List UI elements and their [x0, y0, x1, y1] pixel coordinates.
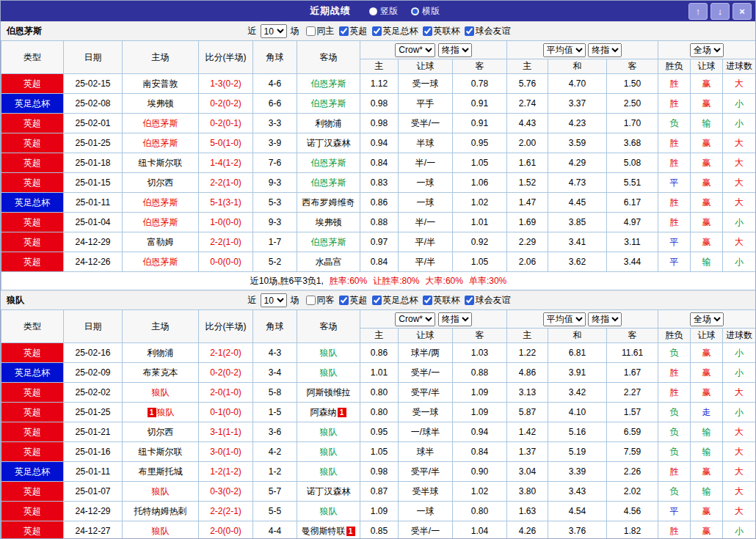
avg-draw-value: 4.45	[548, 193, 607, 213]
league-checkbox-epl[interactable]: 英超	[336, 25, 368, 37]
away-team-cell: 狼队	[297, 422, 360, 442]
odds-select-group: Crow* 终指	[360, 41, 507, 59]
layout-radio-vertical[interactable]: 竖版	[369, 5, 398, 18]
odds-home-value: 1.09	[360, 502, 399, 521]
result-outcome-value: 负	[658, 343, 691, 363]
odds-away-value: 1.02	[453, 193, 507, 213]
corners: 3-4	[253, 363, 297, 383]
avg-draw-value: 4.10	[548, 403, 607, 422]
odds-away-value: 0.94	[453, 422, 507, 442]
col-corner-header: 角球	[253, 310, 297, 343]
home-team-cell: 托特纳姆热刺	[123, 502, 199, 521]
match-date: 25-02-02	[64, 383, 123, 403]
home-team-name: 南安普敦	[143, 78, 178, 89]
same-venue-checkbox[interactable]: 同主	[303, 25, 335, 37]
avg-away-value: 1.57	[607, 403, 658, 422]
average-stage-select[interactable]: 终指	[588, 312, 622, 326]
corners: 1-7	[253, 232, 297, 252]
league-checkbox-facup[interactable]: 英足总杯	[369, 25, 418, 37]
avg-draw-value: 3.37	[548, 94, 607, 114]
league-checkbox-epl-input[interactable]	[339, 26, 349, 36]
result-handicap-value: 赢	[691, 502, 723, 521]
avg-away-value: 4.97	[607, 213, 658, 232]
scope-select[interactable]: 全场	[690, 312, 724, 326]
layout-radio-horizontal[interactable]: 横版	[411, 5, 440, 18]
league-checkbox-friendly[interactable]: 球会友谊	[462, 294, 511, 307]
away-team-cell: 狼队	[297, 462, 360, 482]
average-select-group: 平均值 终指	[507, 41, 658, 59]
result-outcome-value: 胜	[658, 383, 691, 403]
result-handicap-value: 赢	[691, 193, 723, 213]
odds-home-value: 0.94	[360, 133, 399, 153]
odds-stage-select[interactable]: 终指	[438, 312, 472, 326]
league-checkbox-eflcup[interactable]: 英联杯	[420, 294, 460, 307]
league-badge: 英超	[1, 343, 64, 363]
home-team-name: 布莱克本	[143, 367, 178, 378]
radio-label: 横版	[422, 5, 440, 18]
rounds-select[interactable]: 10	[261, 24, 287, 38]
away-team-cell: 伯恩茅斯	[297, 153, 360, 173]
col-away-header: 客场	[297, 41, 360, 74]
league-checkbox-friendly-input[interactable]	[465, 26, 474, 36]
radio-icon[interactable]	[369, 7, 377, 15]
home-team-cell: 1狼队	[123, 403, 199, 422]
match-row: 英超25-01-16纽卡斯尔联3-0(1-0)4-2狼队1.05球半0.841.…	[1, 442, 756, 462]
away-team-cell: 阿斯顿维拉	[297, 383, 360, 403]
handicap-value: 球半/两	[399, 343, 453, 363]
move-down-button[interactable]: ↓	[710, 3, 730, 20]
away-team-cell: 利物浦	[297, 114, 360, 133]
league-checkbox-facup-input[interactable]	[372, 296, 382, 305]
same-venue-checkbox[interactable]: 同客	[303, 294, 335, 307]
score: 2-0(0-0)	[199, 521, 253, 539]
home-team-name: 富勒姆	[148, 237, 174, 247]
result-outcome-value: 平	[658, 502, 691, 521]
same-venue-checkbox-input[interactable]	[306, 296, 316, 305]
away-team-name: 水晶宫	[316, 257, 342, 267]
result-goals-value: 小	[723, 94, 756, 114]
result-goals-header: 进球数	[723, 329, 756, 343]
home-team-cell: 埃弗顿	[123, 94, 199, 114]
home-team-cell: 狼队	[123, 482, 199, 502]
league-badge: 英超	[1, 383, 64, 403]
average-source-select[interactable]: 平均值	[543, 43, 586, 57]
close-button[interactable]: ×	[733, 3, 752, 20]
panel-title: 近期战绩	[310, 4, 351, 18]
league-checkbox-epl-input[interactable]	[339, 296, 349, 305]
same-venue-checkbox-input[interactable]	[306, 26, 316, 36]
home-team-cell: 伯恩茅斯	[123, 213, 199, 232]
result-outcome-value: 胜	[658, 462, 691, 482]
away-team-name: 伯恩茅斯	[311, 78, 346, 89]
league-checkbox-friendly-input[interactable]	[465, 296, 474, 305]
odds-company-select[interactable]: Crow*	[395, 312, 435, 326]
avg-home-header: 主	[507, 329, 548, 343]
close-icon: ×	[739, 7, 745, 16]
matches-table: 类型 日期 主场 比分(半场) 角球 客场 Crow* 终指 平均值 终指	[1, 309, 756, 539]
average-source-select[interactable]: 平均值	[543, 312, 586, 326]
league-checkbox-facup-input[interactable]	[372, 26, 382, 36]
league-checkbox-eflcup-input[interactable]	[423, 26, 432, 36]
move-up-button[interactable]: ↑	[688, 3, 708, 20]
league-checkbox-eflcup-input[interactable]	[423, 296, 432, 305]
league-checkbox-facup[interactable]: 英足总杯	[369, 294, 418, 307]
league-checkbox-epl[interactable]: 英超	[336, 294, 368, 307]
odds-stage-select[interactable]: 终指	[438, 43, 472, 57]
odds-company-select[interactable]: Crow*	[395, 43, 435, 57]
home-team-cell: 伯恩茅斯	[123, 252, 199, 272]
league-checkbox-eflcup[interactable]: 英联杯	[420, 25, 460, 37]
col-corner-header: 角球	[253, 41, 297, 74]
result-goals-value: 小	[723, 213, 756, 232]
home-team-cell: 布里斯托城	[123, 462, 199, 482]
scope-select[interactable]: 全场	[690, 43, 724, 57]
col-score-header: 比分(半场)	[199, 310, 253, 343]
radio-icon[interactable]	[411, 7, 419, 15]
odds-away-header: 客	[453, 59, 507, 74]
scope-select-group: 全场	[658, 41, 756, 59]
average-stage-select[interactable]: 终指	[588, 43, 622, 57]
away-team-name: 伯恩茅斯	[311, 98, 346, 109]
rounds-select[interactable]: 10	[261, 293, 287, 307]
result-goals-value: 大	[723, 462, 756, 482]
avg-home-value: 1.63	[507, 502, 548, 521]
league-checkbox-friendly[interactable]: 球会友谊	[462, 25, 511, 37]
same-venue-label: 同客	[317, 294, 335, 307]
corners: 1-2	[253, 462, 297, 482]
